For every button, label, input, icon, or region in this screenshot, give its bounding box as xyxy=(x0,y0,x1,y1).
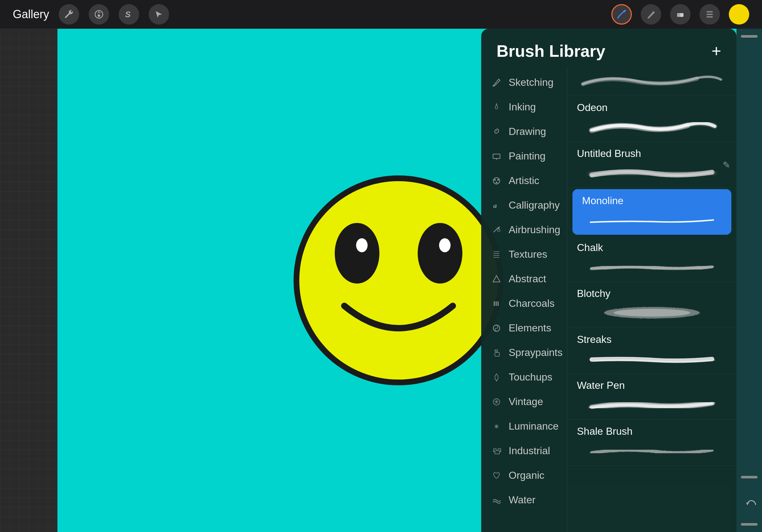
svg-rect-13 xyxy=(493,154,500,159)
svg-rect-29 xyxy=(495,353,499,356)
industrial-icon xyxy=(491,445,502,457)
sidebar-item-abstract[interactable]: Abstract xyxy=(481,267,567,291)
charcoals-icon xyxy=(491,298,502,309)
gallery-button[interactable]: Gallery xyxy=(13,8,49,21)
sketching-icon xyxy=(491,77,502,88)
brush-library-panel: Brush Library + Sketching Inking xyxy=(481,29,736,532)
brush-stroke-preview xyxy=(577,117,727,136)
canvas-left-panel xyxy=(0,29,57,532)
painting-icon xyxy=(491,151,502,162)
brush-tool-button[interactable] xyxy=(611,4,632,25)
brush-library-header: Brush Library + xyxy=(481,29,736,67)
sidebar-item-water[interactable]: Water xyxy=(481,488,567,512)
right-panel xyxy=(736,29,762,532)
sidebar-item-inking[interactable]: Inking xyxy=(481,95,567,119)
svg-rect-7 xyxy=(707,16,713,18)
sidebar-item-painting[interactable]: Painting xyxy=(481,144,567,168)
list-item[interactable]: Water Pen xyxy=(568,374,736,420)
sidebar-item-elements[interactable]: Elements xyxy=(481,316,567,340)
wrench-tool-button[interactable] xyxy=(59,4,79,25)
list-item-monoline[interactable]: Monoline xyxy=(572,189,731,235)
toolbar-left: Gallery S xyxy=(13,4,169,25)
organic-icon xyxy=(491,470,502,481)
list-item[interactable]: Odeon xyxy=(568,96,736,142)
inking-icon xyxy=(491,101,502,113)
svg-point-18 xyxy=(496,181,497,183)
toolbar-right xyxy=(611,4,749,25)
svg-point-12 xyxy=(439,238,451,252)
brush-stroke-preview xyxy=(577,440,727,460)
brush-stroke-preview xyxy=(582,210,722,229)
scroll-handle-3[interactable] xyxy=(741,523,758,526)
selection-tool-button[interactable] xyxy=(149,4,169,25)
svg-point-8 xyxy=(296,178,501,382)
add-brush-button[interactable]: + xyxy=(712,43,721,59)
smiley-drawing xyxy=(287,169,510,392)
calligraphy-icon: a xyxy=(491,200,502,211)
list-item[interactable]: Blotchy xyxy=(568,282,736,328)
artistic-icon xyxy=(491,175,502,187)
svg-text:a: a xyxy=(493,202,497,210)
sidebar-item-luminance[interactable]: Luminance xyxy=(481,414,567,438)
sidebar-item-organic[interactable]: Organic xyxy=(481,463,567,488)
avatar[interactable] xyxy=(729,4,749,25)
textures-icon xyxy=(491,249,502,260)
svg-point-10 xyxy=(356,238,368,252)
vintage-icon xyxy=(491,396,502,408)
sidebar-item-sketching[interactable]: Sketching xyxy=(481,70,567,95)
svg-point-1 xyxy=(98,14,100,17)
sidebar-item-touchups[interactable]: Touchups xyxy=(481,365,567,389)
brush-library-body: Sketching Inking Drawing Painting xyxy=(481,67,736,532)
list-item[interactable] xyxy=(568,70,736,96)
list-item[interactable]: Shale Brush xyxy=(568,420,736,466)
brush-stroke-preview xyxy=(577,71,727,91)
layers-tool-button[interactable] xyxy=(700,4,720,25)
sidebar-item-spraypaints[interactable]: Spraypaints xyxy=(481,340,567,365)
svg-point-17 xyxy=(497,179,499,180)
elements-icon xyxy=(491,322,502,334)
sidebar-item-textures[interactable]: Textures xyxy=(481,242,567,267)
spraypaints-icon xyxy=(491,347,502,359)
toolbar: Gallery S xyxy=(0,0,762,29)
brush-stroke-preview xyxy=(577,303,727,322)
scroll-handle-1[interactable] xyxy=(741,35,758,37)
svg-point-9 xyxy=(335,223,379,284)
svg-rect-6 xyxy=(707,14,713,15)
list-item[interactable]: Chalk xyxy=(568,236,736,282)
scroll-handle-2[interactable] xyxy=(741,476,758,478)
sidebar-item-artistic[interactable]: Artistic xyxy=(481,168,567,193)
sidebar-item-airbrushing[interactable]: Airbrushing xyxy=(481,218,567,242)
eraser-tool-button[interactable] xyxy=(670,4,691,25)
brush-stroke-preview xyxy=(577,349,727,368)
luminance-icon xyxy=(491,421,502,432)
svg-rect-4 xyxy=(677,13,680,17)
svg-point-33 xyxy=(614,309,690,317)
brush-stroke-preview xyxy=(577,395,727,414)
water-icon xyxy=(491,495,502,506)
category-list: Sketching Inking Drawing Painting xyxy=(481,67,568,532)
svg-text:S: S xyxy=(125,10,131,19)
sidebar-item-charcoals[interactable]: Charcoals xyxy=(481,291,567,316)
touchups-icon xyxy=(491,371,502,383)
brush-library-title: Brush Library xyxy=(496,41,605,61)
svg-rect-5 xyxy=(707,11,713,13)
smudge-s-button[interactable]: S xyxy=(119,4,139,25)
brush-stroke-preview xyxy=(577,163,727,182)
sidebar-item-industrial[interactable]: Industrial xyxy=(481,438,567,463)
svg-point-16 xyxy=(494,179,496,180)
brush-stroke-preview xyxy=(577,257,727,276)
brush-edit-icon[interactable]: ✎ xyxy=(723,160,730,170)
abstract-icon xyxy=(491,273,502,285)
list-item[interactable]: Untitled Brush ✎ xyxy=(568,142,736,188)
undo-button[interactable] xyxy=(742,496,759,513)
airbrushing-icon xyxy=(491,224,502,236)
svg-point-20 xyxy=(497,229,500,232)
drawing-icon xyxy=(491,126,502,137)
smear-pencil-button[interactable] xyxy=(641,4,661,25)
sidebar-item-vintage[interactable]: Vintage xyxy=(481,389,567,414)
sidebar-item-drawing[interactable]: Drawing xyxy=(481,119,567,144)
adjustments-tool-button[interactable] xyxy=(89,4,109,25)
sidebar-item-calligraphy[interactable]: a Calligraphy xyxy=(481,193,567,218)
svg-point-11 xyxy=(418,223,462,284)
list-item[interactable]: Streaks xyxy=(568,328,736,374)
